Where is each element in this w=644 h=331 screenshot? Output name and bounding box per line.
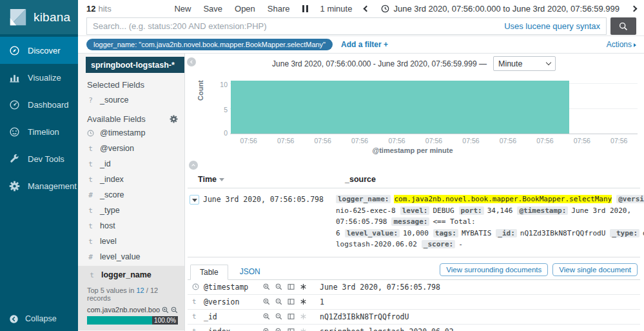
sidebar-item-discover[interactable]: Discover [0, 37, 78, 64]
field-item-version[interactable]: t @version [86, 141, 184, 156]
filter-actions-button[interactable]: Actions [607, 40, 636, 49]
share-button[interactable]: Share [268, 4, 290, 14]
source-field-name: level: [400, 206, 430, 215]
source-field-value: 34,146 [487, 206, 513, 215]
field-name: @version [100, 144, 134, 153]
index-pattern-selector[interactable]: springboot-logstash-* [86, 57, 184, 73]
add-filter-button[interactable]: Add a filter + [341, 40, 388, 49]
field-item-score[interactable]: # _score [86, 187, 184, 203]
source-field-value: 10,000 [403, 229, 429, 237]
caret-down-icon [192, 199, 197, 202]
filter-for-icon[interactable] [263, 298, 270, 305]
dashboard-icon [9, 99, 20, 110]
field-item-host[interactable]: t host [86, 218, 184, 234]
view-surrounding-documents-button[interactable]: View surrounding documents [440, 263, 548, 276]
filter-exists-icon[interactable] [300, 298, 307, 305]
x-tick: 07:56 [277, 137, 294, 145]
doc-field-row-index: t _index springboot-logstash-2020.06.02 [188, 325, 640, 331]
x-tick: 07:56 [500, 137, 516, 145]
source-field-name: _id: [496, 229, 517, 237]
filter-for-icon[interactable] [263, 283, 270, 290]
save-button[interactable]: Save [203, 4, 222, 14]
field-name: host [100, 221, 115, 230]
collapse-fields-panel-icon[interactable] [187, 57, 196, 66]
records-count-link[interactable]: 12 [136, 286, 144, 294]
sidebar-item-label: Dev Tools [28, 154, 64, 164]
field-type-badge: t [87, 222, 94, 230]
field-item-source[interactable]: ? _source [86, 92, 184, 108]
field-item-logger-name[interactable]: t logger_name [87, 267, 178, 283]
top-value-row: com.java2nb.novel.book.m... [87, 306, 178, 314]
tab-table[interactable]: Table [190, 265, 228, 280]
field-name: _id [100, 159, 111, 168]
toggle-column-icon[interactable] [288, 298, 295, 305]
time-range-picker[interactable]: June 3rd 2020, 07:56:00.000 to June 3rd … [381, 4, 620, 14]
interval-select[interactable]: Minute [493, 56, 556, 71]
new-button[interactable]: New [174, 4, 191, 14]
collapse-nav-button[interactable]: Collapse [0, 306, 78, 331]
view-single-document-button[interactable]: View single document [552, 263, 638, 276]
field-item-index[interactable]: t _index [86, 172, 184, 187]
kibana-app: kibana Discover Visualize Dashboard Time… [0, 0, 644, 331]
time-back-icon[interactable] [364, 6, 370, 12]
field-settings-gear-icon[interactable] [170, 115, 178, 123]
value-percent-label: 100.0% [152, 316, 178, 325]
pause-refresh-icon[interactable] [302, 5, 308, 12]
collapse-document-toggle[interactable] [190, 195, 199, 205]
field-item-id[interactable]: t _id [86, 156, 184, 172]
lucene-syntax-link[interactable]: Uses lucene query syntax [504, 21, 600, 31]
collapse-histogram [189, 158, 640, 170]
source-field-value: nQ1Zd3IBkN8TrQQfrodU [520, 229, 605, 237]
toggle-column-icon[interactable] [288, 283, 295, 290]
tab-json[interactable]: JSON [235, 265, 266, 279]
field-type-badge: t [87, 176, 94, 184]
collapse-histogram-icon[interactable] [189, 161, 198, 170]
source-field-name: _score: [422, 240, 455, 248]
filter-for-icon[interactable] [263, 313, 270, 320]
filter-for-icon[interactable] [263, 328, 270, 331]
filter-exists-icon[interactable] [300, 313, 307, 320]
histogram-bar[interactable] [231, 81, 569, 134]
source-field-name: @timestamp: [517, 206, 568, 215]
source-field-value: - [458, 240, 463, 248]
hits-count: 12hits [86, 4, 112, 14]
doc-field-type: t [192, 297, 204, 306]
search-button[interactable] [610, 17, 636, 35]
field-item-level[interactable]: t level [86, 234, 184, 249]
time-column-header[interactable]: Time [198, 175, 345, 184]
field-item-type[interactable]: t _type [86, 203, 184, 218]
value-percent-bar[interactable]: 100.0% [87, 316, 178, 325]
selected-fields-title: Selected Fields [87, 80, 184, 90]
filter-exists-icon[interactable] [300, 283, 307, 290]
sidebar-item-management[interactable]: Management [0, 172, 78, 199]
filter-out-icon[interactable] [275, 283, 282, 290]
kibana-logo[interactable]: kibana [0, 0, 78, 34]
management-icon [9, 181, 20, 192]
field-item-level-value[interactable]: # level_value [86, 249, 184, 265]
sidebar-item-dashboard[interactable]: Dashboard [0, 91, 78, 118]
field-name: level_value [100, 252, 141, 261]
time-forward-icon[interactable] [631, 6, 638, 12]
toggle-column-icon[interactable] [288, 313, 295, 320]
field-name: logger_name [101, 270, 151, 279]
filter-out-value-icon[interactable] [171, 306, 178, 314]
sidebar-item-visualize[interactable]: Visualize [0, 64, 78, 91]
search-input[interactable]: Search... (e.g. status:200 AND extension… [86, 17, 607, 35]
refresh-interval-label[interactable]: 1 minute [320, 4, 353, 14]
filter-out-icon[interactable] [275, 328, 282, 331]
sidebar-item-dev-tools[interactable]: Dev Tools [0, 145, 78, 172]
field-type-badge: # [87, 253, 94, 261]
filter-exists-icon[interactable] [300, 328, 307, 331]
field-item-timestamp[interactable]: @timestamp [86, 125, 184, 141]
sidebar-item-timelion[interactable]: Timelion [0, 118, 78, 145]
sort-descending-icon [219, 178, 224, 181]
filter-pill-logger-name[interactable]: logger_name: "com.java2nb.novel.book.map… [86, 39, 333, 50]
y-tick: 10 [216, 81, 228, 88]
x-tick: 07:56 [610, 137, 627, 145]
field-name: level [100, 237, 117, 246]
open-button[interactable]: Open [235, 4, 255, 14]
filter-for-value-icon[interactable] [162, 306, 169, 314]
filter-out-icon[interactable] [275, 298, 282, 305]
filter-out-icon[interactable] [275, 313, 282, 320]
toggle-column-icon[interactable] [288, 328, 295, 331]
